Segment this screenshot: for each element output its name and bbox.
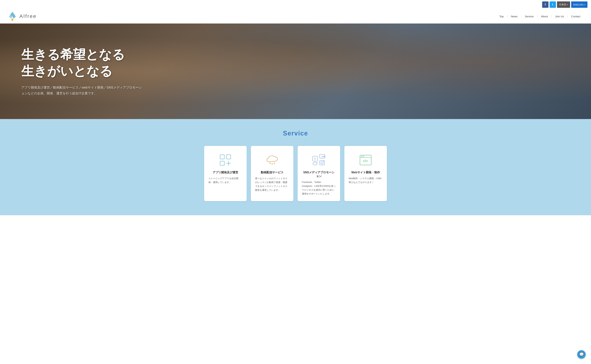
header: Alfree Top News Service About Join Us Co… bbox=[0, 9, 591, 24]
svg-text:LINE: LINE bbox=[321, 156, 325, 158]
service-card-app: アプリ開発及び運営 トレーニングアプリを自社開発・運用しています。 bbox=[204, 146, 247, 201]
svg-point-12 bbox=[274, 162, 275, 164]
web-icon: </> bbox=[359, 153, 373, 167]
nav-news[interactable]: News bbox=[507, 15, 521, 18]
web-card-title: Webサイト開発・制作 bbox=[349, 171, 383, 174]
sns-card-title: SNSメディアプロモーション bbox=[302, 171, 336, 178]
svg-text:f: f bbox=[314, 157, 316, 160]
app-icon bbox=[218, 153, 232, 167]
main-nav: Top News Service About Join Us Contact bbox=[496, 15, 584, 18]
sns-icon: f LINE bbox=[312, 153, 326, 167]
hero-title-line2: 生きがいとなる bbox=[21, 64, 113, 78]
nav-top[interactable]: Top bbox=[496, 15, 507, 18]
english-language-button[interactable]: ENGLISH > bbox=[571, 1, 587, 8]
app-card-title: アプリ開発及び運営 bbox=[208, 171, 242, 174]
service-cards: アプリ開発及び運営 トレーニングアプリを自社開発・運用しています。 動画配信サー… bbox=[7, 146, 584, 201]
svg-point-20 bbox=[323, 161, 324, 162]
app-card-desc: トレーニングアプリを自社開発・運用しています。 bbox=[208, 176, 242, 184]
svg-point-19 bbox=[321, 162, 323, 164]
twitter-button[interactable]: t bbox=[550, 1, 556, 8]
japanese-language-button[interactable]: 日本語 > bbox=[557, 1, 570, 8]
hero-content: 生きる希望となる 生きがいとなる アプリ開発及び運営／動画配信サービス／webサ… bbox=[21, 46, 570, 96]
nav-join-us[interactable]: Join Us bbox=[551, 15, 568, 18]
web-card-desc: Web制作・システム開発・CMS導入なんでもやります！ bbox=[349, 176, 383, 184]
logo-text: Alfree bbox=[20, 13, 37, 19]
hero-title-line1: 生きる希望となる bbox=[21, 47, 125, 62]
hero-subtitle: アプリ開発及び運営／動画配信サービス／webサイト開発／SNSメディアプロモーシ… bbox=[21, 85, 145, 96]
service-card-video: 動画配信サービス 様々なジャンルのフィットネスのレッスンが動画で受講・開講できる… bbox=[251, 146, 293, 201]
nav-about[interactable]: About bbox=[537, 15, 551, 18]
video-card-title: 動画配信サービス bbox=[255, 171, 289, 174]
service-card-sns: f LINE SNSメディアプロモーション Facebook、Twitter、I… bbox=[298, 146, 340, 201]
svg-point-11 bbox=[272, 163, 273, 165]
svg-rect-7 bbox=[220, 161, 224, 165]
svg-marker-4 bbox=[11, 18, 13, 20]
video-icon bbox=[265, 153, 279, 167]
nav-service[interactable]: Service bbox=[521, 15, 537, 18]
logo-area: Alfree bbox=[7, 11, 37, 22]
top-bar: f t 日本語 > ENGLISH > bbox=[0, 0, 591, 9]
hero-title: 生きる希望となる 生きがいとなる bbox=[21, 46, 570, 79]
facebook-button[interactable]: f bbox=[542, 1, 549, 8]
svg-rect-5 bbox=[220, 155, 224, 159]
svg-point-10 bbox=[269, 162, 271, 164]
service-card-web: </> Webサイト開発・制作 Web制作・システム開発・CMS導入なんでもやり… bbox=[344, 146, 387, 201]
svg-rect-6 bbox=[226, 155, 231, 159]
nav-contact[interactable]: Contact bbox=[568, 15, 584, 18]
service-section-title: Service bbox=[7, 130, 584, 137]
sns-card-desc: Facebook、Twitter、Instagram、LINE等のSNSを使って… bbox=[302, 180, 336, 196]
svg-text:</>: </> bbox=[363, 159, 368, 163]
service-section: Service アプリ開発及び運営 トレーニングアプリを自社開発・運用しています… bbox=[0, 119, 591, 215]
video-card-desc: 様々なジャンルのフィットネスのレッスンが動画で受講・開講できるオンラインフィット… bbox=[255, 176, 289, 192]
logo-icon bbox=[7, 11, 18, 22]
svg-point-23 bbox=[361, 156, 362, 157]
hero-section: 生きる希望となる 生きがいとなる アプリ開発及び運営／動画配信サービス／webサ… bbox=[0, 24, 591, 119]
svg-point-24 bbox=[363, 156, 364, 157]
